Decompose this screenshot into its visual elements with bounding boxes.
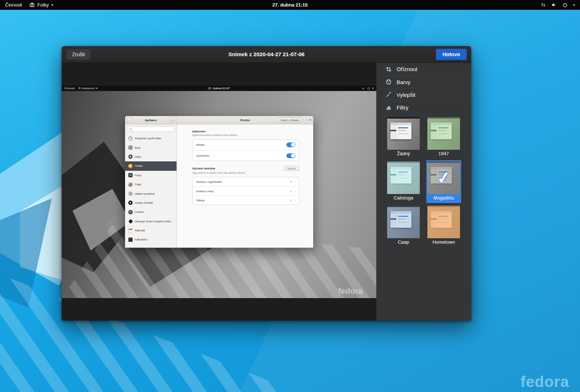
photo-preview-area: Činnosti ⚙ Nastavení ▾ 27. dubna 21:07 ▾ (62, 63, 376, 321)
list-item: Disky (125, 152, 177, 161)
image-app-menu: ⚙ Nastavení ▾ (78, 87, 98, 90)
edit-tools-sidebar: Oříznout Barvy Vylepšit (376, 63, 471, 321)
photo-title: Snímek z 2020-04-27 21-07-06 (228, 51, 304, 57)
filter-thumbnail (387, 161, 420, 194)
tool-filters[interactable]: Filtry (376, 101, 471, 114)
gnome-top-bar: Činnosti Fotky ▾ 27. dubna 21:15 (0, 0, 580, 10)
camera-icon (29, 2, 35, 8)
power-icon (562, 2, 568, 8)
photos-edit-window: Zrušit Snímek z 2020-04-27 21-07-06 Hoto… (62, 46, 471, 321)
boxes-icon (128, 145, 133, 150)
close-icon: × (306, 117, 311, 123)
calendar-icon (128, 228, 133, 233)
image-settings-sidebar: ‹ Aplikace ≡ Analyzátor využití disku Bo… (125, 116, 177, 248)
filters-grid: Žádný 1947 Calistoga (376, 114, 471, 246)
image-clock: 27. dubna 21:07 (208, 87, 230, 90)
tool-colors[interactable]: Barvy (376, 75, 471, 88)
crop-icon (386, 66, 392, 72)
integration-group: Hledání Upozornění (192, 139, 299, 161)
photos-headerbar: Zrušit Snímek z 2020-04-27 21-07-06 Hoto… (62, 46, 471, 63)
filter-thumbnail (427, 206, 460, 238)
image-settings-panel-title: Aplikace (133, 119, 168, 122)
filter-option[interactable]: Calistoga (387, 161, 420, 202)
list-item: Hodiny GNOME (125, 198, 177, 207)
tool-crop[interactable]: Oříznout (376, 63, 471, 75)
app-menu-label: Fotky (37, 2, 49, 8)
handlers-group: Soubory s hypertextem 4 › Soubory s text… (192, 177, 299, 205)
image-status-icons: ▾ (362, 87, 374, 90)
handlers-section-title: Výchozí obsluha (192, 167, 215, 170)
filter-option[interactable]: Caap (387, 206, 420, 246)
chevron-right-icon: › (294, 180, 295, 184)
filter-thumbnail (387, 206, 420, 238)
disk-usage-icon (128, 136, 133, 141)
list-item: Kalkulačka (125, 235, 177, 244)
enhance-icon (386, 92, 392, 98)
cheese-icon (128, 210, 133, 214)
back-button: ‹ (127, 117, 132, 123)
chevron-right-icon: › (294, 198, 295, 202)
cancel-button[interactable]: Zrušit (66, 49, 91, 60)
tool-enhance[interactable]: Vylepšit (376, 88, 471, 101)
network-icon (540, 2, 546, 8)
list-item-selected: Firefox (125, 161, 177, 170)
fonts-icon (128, 173, 133, 177)
integration-section-subtitle: Systémové funkce používané touto aplikac… (192, 134, 299, 136)
handler-row: Odkazy 1 › (192, 195, 299, 205)
filters-icon (386, 104, 392, 110)
list-item: Analyzátor využití disku (125, 134, 177, 143)
gear-icon: ⚙ (78, 87, 81, 90)
power-icon (367, 87, 370, 90)
list-item: Kalendář (125, 226, 177, 235)
filter-option-selected[interactable]: ✓ Mogadišu (427, 161, 460, 202)
toggle-switch-on (286, 143, 295, 147)
list-item: Boxy (125, 143, 177, 152)
list-item: Inkscape Vector Graphics Editor (125, 217, 177, 226)
volume-icon (362, 87, 365, 90)
done-button[interactable]: Hotovo (436, 49, 467, 60)
system-status-area[interactable]: ▾ (540, 2, 580, 8)
inkscape-icon (128, 219, 133, 224)
check-icon: ✓ (427, 161, 460, 194)
photos-icon (128, 182, 133, 187)
list-item: Cheese (125, 207, 177, 216)
fedora-watermark: fedora (521, 373, 569, 391)
list-item: Fonty (125, 171, 177, 180)
firefox-icon (128, 164, 133, 168)
toggle-switch-on (286, 153, 295, 158)
volume-icon (551, 2, 557, 8)
filter-thumbnail (387, 117, 420, 150)
clocks-icon (128, 201, 133, 205)
chevron-right-icon: › (294, 189, 295, 193)
app-menu-button[interactable]: Fotky ▾ (29, 2, 53, 8)
bug-report-icon (128, 191, 133, 196)
activities-button[interactable]: Činnosti (5, 2, 22, 8)
chevron-down-icon: ▾ (573, 3, 575, 7)
setting-row: Upozornění (192, 150, 299, 161)
setting-row: Hledání (192, 140, 299, 150)
chevron-down-icon: ▾ (96, 87, 98, 90)
image-app-menu-label: Nastavení (82, 87, 95, 90)
image-app-detail-title: Firefox (240, 119, 250, 122)
colors-icon (386, 79, 392, 85)
image-top-bar: Činnosti ⚙ Nastavení ▾ 27. dubna 21:07 ▾ (62, 86, 376, 91)
image-fedora-watermark: fedora (338, 286, 362, 296)
image-settings-window: ‹ Aplikace ≡ Analyzátor využití disku Bo… (125, 116, 313, 248)
filter-option[interactable]: 1947 (427, 117, 460, 158)
filter-thumbnail: ✓ (427, 161, 460, 194)
calculator-icon (128, 238, 133, 242)
list-item: Hlášení problémů (125, 189, 177, 198)
list-item: Fotky (125, 180, 177, 189)
clock[interactable]: 27. dubna 21:15 (272, 2, 308, 8)
image-activities-label: Činnosti (64, 87, 75, 90)
filter-option[interactable]: Hometown (427, 206, 460, 246)
handlers-section-subtitle: Typy souborů a odkazů, které tato aplika… (192, 172, 299, 174)
filter-option[interactable]: Žádný (387, 117, 420, 158)
hamburger-menu-icon: ≡ (170, 117, 175, 123)
handler-row: Soubory s texty 1 › (192, 186, 299, 195)
disks-icon (128, 154, 133, 159)
search-icon (129, 128, 132, 131)
chevron-down-icon: ▾ (372, 87, 374, 90)
chevron-down-icon: ▾ (51, 3, 53, 7)
open-in-software-button: Otevřít v Softwaru (278, 117, 302, 123)
